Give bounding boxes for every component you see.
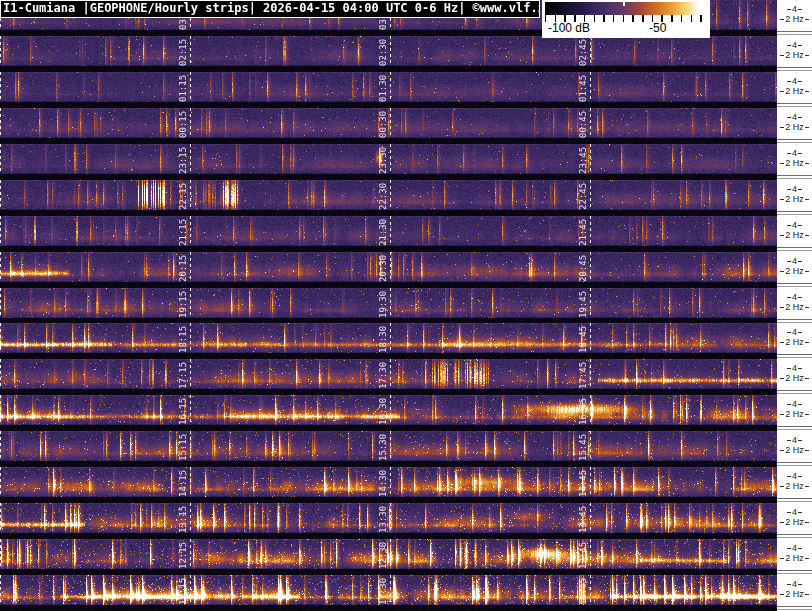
freq-tick-text: 2 Hz <box>785 158 804 168</box>
quarter-hour-gridline <box>0 395 1 425</box>
strip-separator-line <box>777 498 812 499</box>
tick-dash-icon <box>798 332 802 333</box>
freq-tick-text: 2 Hz <box>785 194 804 204</box>
freq-tick-label-2hz: 2 Hz <box>777 553 812 563</box>
quarter-hour-gridline <box>590 323 591 353</box>
quarter-hour-gridline <box>190 108 191 138</box>
tick-dash-icon <box>798 297 802 298</box>
freq-tick-label-4hz: 4 <box>777 327 812 337</box>
quarter-hour-gridline <box>0 539 1 569</box>
quarter-hour-gridline <box>190 216 191 246</box>
freq-tick-text: 4 <box>792 4 797 14</box>
quarter-hour-gridline <box>390 144 391 174</box>
quarter-hour-gridline <box>0 467 1 497</box>
freq-tick-text: 2 Hz <box>785 445 804 455</box>
tick-dash-icon <box>805 558 809 559</box>
tick-dash-icon <box>805 342 809 343</box>
time-label: 20:30 <box>378 252 389 282</box>
time-label: 21:30 <box>378 216 389 246</box>
tick-dash-icon <box>798 45 802 46</box>
quarter-hour-gridline <box>0 72 1 102</box>
vlf-spectrogram-grabber: 03:1503:3003:4502:1502:3002:4501:1501:30… <box>0 0 812 611</box>
time-label: 23:45 <box>578 144 589 174</box>
tick-dash-icon <box>798 153 802 154</box>
freq-tick-text: 2 Hz <box>785 302 804 312</box>
freq-tick-label-4hz: 4 <box>777 184 812 194</box>
strip-separator-line <box>777 67 812 68</box>
quarter-hour-gridline <box>190 323 191 353</box>
freq-tick-text: 4 <box>792 184 797 194</box>
quarter-hour-gridline <box>0 575 1 605</box>
colorbar-label-high: -50 <box>649 21 666 35</box>
quarter-hour-gridline <box>390 431 391 461</box>
freq-tick-label-2hz: 2 Hz <box>777 86 812 96</box>
quarter-hour-gridline <box>590 395 591 425</box>
tick-dash-icon <box>798 404 802 405</box>
time-label: 14:15 <box>178 467 189 497</box>
quarter-hour-gridline <box>590 467 591 497</box>
quarter-hour-gridline <box>190 503 191 533</box>
time-label: 22:30 <box>378 180 389 210</box>
tick-dash-icon <box>787 261 791 262</box>
quarter-hour-gridline <box>190 431 191 461</box>
quarter-hour-gridline <box>590 575 591 605</box>
quarter-hour-gridline <box>590 108 591 138</box>
time-label: 22:15 <box>178 180 189 210</box>
tick-dash-icon <box>805 199 809 200</box>
time-label: 23:30 <box>378 144 389 174</box>
time-label: 01:30 <box>378 72 389 102</box>
time-label: 18:45 <box>578 323 589 353</box>
time-label: 20:15 <box>178 252 189 282</box>
freq-tick-label-4hz: 4 <box>777 4 812 14</box>
tick-dash-icon <box>805 522 809 523</box>
freq-tick-label-2hz: 2 Hz <box>777 589 812 599</box>
quarter-hour-gridline <box>590 252 591 282</box>
tick-dash-icon <box>787 297 791 298</box>
quarter-hour-gridline <box>190 539 191 569</box>
time-label: 13:30 <box>378 503 389 533</box>
quarter-hour-gridline <box>0 144 1 174</box>
freq-tick-text: 4 <box>792 435 797 445</box>
quarter-hour-gridline <box>0 431 1 461</box>
tick-dash-icon <box>798 440 802 441</box>
strip-separator-line <box>777 570 812 571</box>
strip-separator-line <box>777 322 812 323</box>
freq-tick-label-2hz: 2 Hz <box>777 517 812 527</box>
quarter-hour-gridline <box>190 288 191 318</box>
time-label: 11:45 <box>578 575 589 605</box>
freq-tick-label-2hz: 2 Hz <box>777 373 812 383</box>
tick-dash-icon <box>798 117 802 118</box>
quarter-hour-gridline <box>390 467 391 497</box>
tick-dash-icon <box>798 225 802 226</box>
time-label: 12:45 <box>578 539 589 569</box>
quarter-hour-gridline <box>390 288 391 318</box>
time-label: 17:15 <box>178 359 189 389</box>
time-label: 19:30 <box>378 288 389 318</box>
freq-tick-text: 4 <box>792 471 797 481</box>
freq-tick-label-4hz: 4 <box>777 148 812 158</box>
freq-tick-text: 2 Hz <box>785 50 804 60</box>
tick-dash-icon <box>787 189 791 190</box>
tick-dash-icon <box>798 9 802 10</box>
tick-dash-icon <box>780 19 784 20</box>
time-label: 02:15 <box>178 36 189 66</box>
freq-tick-label-4hz: 4 <box>777 399 812 409</box>
strip-separator-line <box>777 106 812 107</box>
tick-dash-icon <box>805 307 809 308</box>
time-label: 02:30 <box>378 36 389 66</box>
quarter-hour-gridline <box>0 216 1 246</box>
time-label: 15:30 <box>378 431 389 461</box>
strip-separator-line <box>777 357 812 358</box>
freq-tick-label-2hz: 2 Hz <box>777 158 812 168</box>
quarter-hour-gridline <box>390 323 391 353</box>
quarter-hour-gridline <box>190 36 191 66</box>
quarter-hour-gridline <box>0 323 1 353</box>
tick-dash-icon <box>780 199 784 200</box>
time-label: 11:15 <box>178 575 189 605</box>
time-label: 00:45 <box>578 108 589 138</box>
time-label: 01:15 <box>178 72 189 102</box>
quarter-hour-gridline <box>0 36 1 66</box>
time-label: 11:30 <box>378 575 389 605</box>
freq-tick-label-4hz: 4 <box>777 507 812 517</box>
quarter-hour-gridline <box>0 288 1 318</box>
